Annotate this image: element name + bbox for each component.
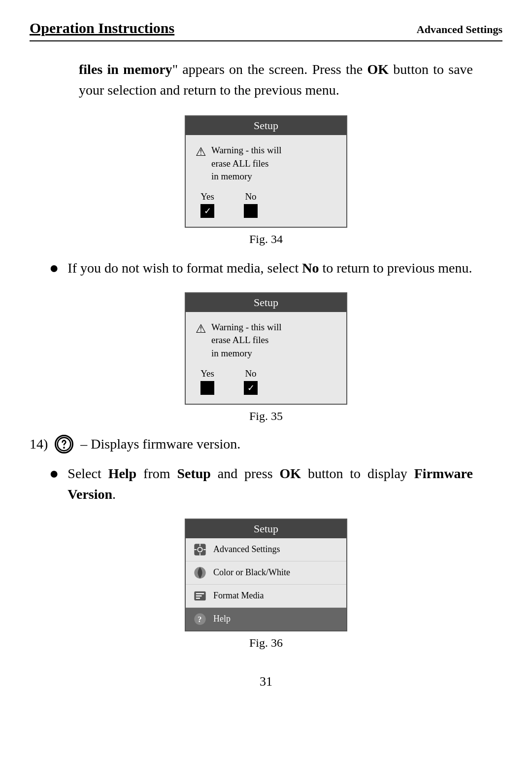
- intro-paragraph: files in memory" appears on the screen. …: [30, 59, 502, 101]
- svg-rect-10: [196, 593, 204, 594]
- bullet-text-1: If you do not wish to format media, sele…: [67, 258, 472, 279]
- fig35-warning-row: ⚠ Warning - this will erase ALL files in…: [196, 321, 336, 360]
- fig34-yes-label: Yes: [200, 191, 214, 202]
- menu-item-color: Color or Black/White: [186, 561, 346, 585]
- warning-triangle-icon: ⚠: [196, 145, 206, 159]
- fig35-yes-item: Yes: [200, 368, 214, 395]
- advanced-settings-icon: [193, 542, 207, 557]
- menu-label-help: Help: [213, 614, 231, 624]
- bullet-text-2: Select Help from Setup and press OK butt…: [67, 463, 473, 505]
- menu-item-help: ? Help: [186, 608, 346, 630]
- bullet2-text2: from: [136, 466, 177, 481]
- fig35-yes-no-row: Yes No ✓: [196, 368, 336, 395]
- fig35-no-label: No: [245, 368, 256, 379]
- intro-ok-bold: OK: [367, 62, 389, 77]
- fig35-content: ⚠ Warning - this will erase ALL files in…: [186, 312, 346, 404]
- bullet1-text2: to return to previous menu.: [319, 260, 472, 276]
- fig34-caption: Fig. 34: [30, 233, 502, 246]
- fig35-caption: Fig. 35: [30, 410, 502, 423]
- bullet2-text3: and press: [211, 466, 280, 481]
- fig34-warning-row: ⚠ Warning - this will erase ALL files in…: [196, 144, 336, 183]
- bullet-dot-1: ●: [49, 258, 59, 279]
- bullet2-text4: button to display: [301, 466, 414, 481]
- section-14-text: – Displays firmware version.: [80, 436, 240, 452]
- fig35-setup-box: Setup ⚠ Warning - this will erase ALL fi…: [185, 292, 347, 405]
- fig35-yes-checkbox: [200, 381, 214, 395]
- fig35-warning-triangle-icon: ⚠: [196, 322, 206, 336]
- fig35-warning-text: Warning - this will erase ALL files in m…: [211, 321, 282, 360]
- intro-text-after: " appears on the screen. Press the: [172, 62, 367, 77]
- bullet-section-1: ● If you do not wish to format media, se…: [30, 258, 502, 279]
- svg-rect-11: [196, 595, 202, 596]
- section-14-row: 14) – Displays firmware version.: [30, 435, 502, 453]
- question-circle-icon: [55, 435, 73, 453]
- menu-item-format-media: Format Media: [186, 585, 346, 608]
- svg-rect-12: [196, 597, 200, 598]
- svg-text:?: ?: [198, 614, 201, 624]
- bullet2-text1: Select: [67, 466, 108, 481]
- format-media-icon: [193, 589, 207, 603]
- fig35-no-item: No ✓: [244, 368, 258, 395]
- fig36-title-bar: Setup: [186, 520, 346, 538]
- fig34-warning-text: Warning - this will erase ALL files in m…: [211, 144, 282, 183]
- fig34-no-label: No: [245, 191, 256, 202]
- intro-bold-text: files in memory: [79, 62, 172, 77]
- fig34-content: ⚠ Warning - this will erase ALL files in…: [186, 135, 346, 227]
- menu-label-color: Color or Black/White: [213, 567, 290, 578]
- fig36-setup-box: Setup Advanced Settings Color or Black/W…: [185, 519, 347, 631]
- fig35-no-checkbox: ✓: [244, 381, 258, 395]
- fig34-no-item: No: [244, 191, 258, 218]
- color-icon: [193, 565, 207, 580]
- fig34-setup-box: Setup ⚠ Warning - this will erase ALL fi…: [185, 115, 347, 228]
- fig35-yes-label: Yes: [200, 368, 214, 379]
- bullet2-setup-bold: Setup: [177, 466, 210, 481]
- bullet-section-2: ● Select Help from Setup and press OK bu…: [30, 463, 502, 505]
- fig34-no-checkbox: [244, 204, 258, 218]
- help-icon: ?: [193, 612, 207, 627]
- bullet-dot-2: ●: [49, 463, 59, 484]
- page-header: Operation Instructions Advanced Settings: [30, 20, 502, 41]
- fig35-title-bar: Setup: [186, 293, 346, 312]
- menu-label-format-media: Format Media: [213, 591, 264, 601]
- header-right-title: Advanced Settings: [417, 23, 502, 36]
- section-14-number: 14): [30, 436, 48, 452]
- svg-point-1: [64, 447, 65, 448]
- bullet2-ok-bold: OK: [279, 466, 301, 481]
- fig36-caption: Fig. 36: [30, 636, 502, 650]
- menu-item-advanced-settings: Advanced Settings: [186, 538, 346, 561]
- fig34-yes-checkbox: ✓: [200, 204, 214, 218]
- bullet1-text1: If you do not wish to format media, sele…: [67, 260, 302, 276]
- page-number: 31: [30, 674, 502, 689]
- fig34-yes-item: Yes ✓: [200, 191, 214, 218]
- bullet2-text5: .: [112, 487, 116, 502]
- bullet1-no-bold: No: [302, 260, 319, 276]
- fig34-yes-no-row: Yes ✓ No: [196, 191, 336, 218]
- bullet2-help-bold: Help: [108, 466, 137, 481]
- menu-label-advanced-settings: Advanced Settings: [213, 544, 280, 555]
- fig34-title-bar: Setup: [186, 116, 346, 135]
- header-left-title: Operation Instructions: [30, 20, 174, 36]
